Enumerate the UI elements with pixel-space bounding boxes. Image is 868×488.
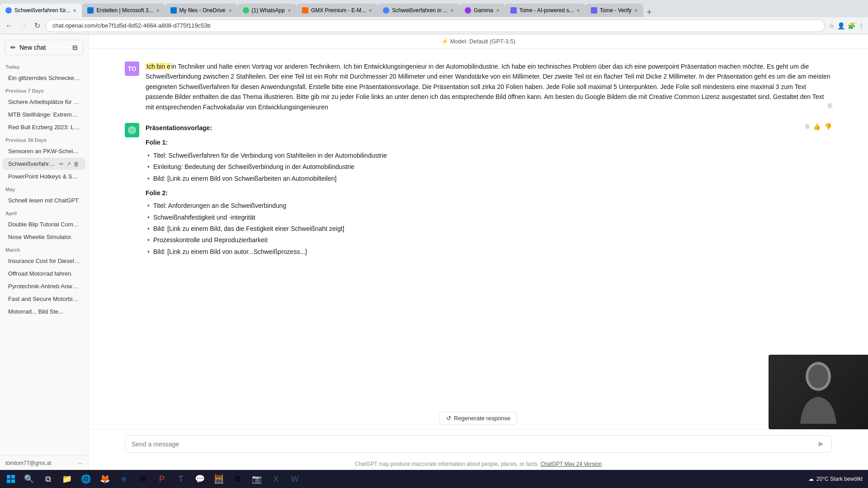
sidebar-item-pyrotechnik[interactable]: Pyrotechnik-Antrieb Anwend...	[3, 280, 85, 292]
edit-item-button[interactable]: ✏	[58, 161, 65, 167]
sidebar-item-nose-wheelie[interactable]: Nose Wheelie Simulator.	[3, 231, 85, 243]
regenerate-button[interactable]: ↺ Regenerate response	[439, 412, 517, 425]
chat-area[interactable]: TO Ich bin eIch bin ein Techniker und ha…	[89, 49, 868, 409]
taskbar-settings[interactable]: ⚙	[229, 470, 247, 488]
reload-button[interactable]: ↻	[33, 20, 42, 31]
sidebar-item-text: PowerPoint Hotkeys & Shortc...	[8, 173, 80, 180]
sidebar-item-arbeitsplaetze[interactable]: Sichere Arbeitsplätze für LKW...	[3, 96, 85, 108]
thumbs-up-button[interactable]: 👍	[813, 123, 821, 130]
bullet-text: Titel: Schweißverfahren für die Verbindu…	[153, 150, 387, 160]
address-text: chat.openai.com/c/be7f1d5d-8d52-4664-a80…	[52, 22, 211, 29]
send-button[interactable]: ►	[817, 439, 825, 449]
disclaimer: ChatGPT may produce inaccurate informati…	[89, 458, 868, 470]
tab-whatsapp[interactable]: (1) WhatsApp ✕	[237, 4, 297, 17]
profile-icon[interactable]: 👤	[837, 22, 845, 29]
tab-schweissverfahren[interactable]: Schweißverfahren für... ✕	[0, 4, 82, 17]
svg-rect-5	[11, 479, 15, 483]
star-icon[interactable]: ☆	[829, 22, 835, 29]
bullet-icon: •	[147, 235, 150, 245]
model-name: Model: Default (GPT-3.5)	[450, 38, 516, 45]
menu-icon[interactable]: ⋮	[858, 22, 864, 29]
sidebar-item-mtb[interactable]: MTB Steilhänge: Extreme Fah...	[3, 108, 85, 121]
folie2-bullet5: • Bild: [Link zu einem Bild von autor...…	[146, 247, 832, 257]
tab-onedrive[interactable]: My files - OneDrive ✕	[165, 4, 237, 17]
sidebar-item-schnell-lesen[interactable]: Schnell lesen mit ChatGPT	[3, 194, 85, 206]
tab-close-icon[interactable]: ✕	[156, 8, 160, 13]
tab-close-icon[interactable]: ✕	[634, 8, 638, 13]
user-email: tomtom77@gmx.at	[5, 460, 52, 466]
sidebar-more-button[interactable]: ···	[78, 460, 83, 466]
tab-gamma[interactable]: Gamma ✕	[459, 4, 505, 17]
forward-button[interactable]: →	[18, 21, 29, 31]
sidebar-toggle-icon[interactable]: ⊟	[49, 44, 78, 51]
share-item-button[interactable]: ↗	[66, 161, 72, 167]
copy-message-button[interactable]: ⎘	[828, 102, 832, 109]
tab-gmx[interactable]: GMX Premium - E-M... ✕	[297, 4, 377, 17]
delete-item-button[interactable]: 🗑	[73, 161, 80, 167]
taskbar-firefox[interactable]: 🦊	[96, 470, 114, 488]
taskbar-excel[interactable]: X	[267, 470, 285, 488]
sidebar-item-schweissverfahren[interactable]: Schweißverfahren f... ✏ ↗ 🗑	[3, 158, 85, 170]
input-row: ►	[125, 435, 832, 453]
cloud-icon[interactable]: ☁	[808, 476, 814, 482]
tab-microsoft[interactable]: Erstellen | Microsoft 3... ✕	[82, 4, 165, 17]
sidebar-item-glitzerndes[interactable]: Ein glitzerndes Schnecken-A...	[3, 72, 85, 84]
taskbar-teams[interactable]: T	[172, 470, 190, 488]
chat-input[interactable]	[132, 441, 817, 448]
sidebar: ✏ New chat ⊟ Today Ein glitzerndes Schne…	[0, 34, 89, 470]
taskbar-email[interactable]: ✉	[134, 470, 152, 488]
tab-close-icon[interactable]: ✕	[496, 8, 500, 13]
sidebar-item-redbull[interactable]: Red Bull Erzberg 2023: List...	[3, 121, 85, 133]
tab-close-icon[interactable]: ✕	[288, 8, 291, 13]
taskbar-apps: 🔍 ⧉ 📁 🌐 🦊 e ✉ P T 💬 🧮 ⚙ 📷 X W	[20, 470, 805, 488]
taskbar-explorer[interactable]: 📁	[58, 470, 76, 488]
svg-rect-2	[7, 475, 10, 479]
sidebar-item-motorbike[interactable]: Fast and Secure Motorbike Lo...	[3, 293, 85, 305]
tab-favicon	[5, 7, 12, 14]
back-button[interactable]: ←	[4, 21, 14, 31]
bullet-text: Titel: Anforderungen an die Schweißverbi…	[153, 201, 286, 211]
thumbs-down-button[interactable]: 👎	[824, 123, 832, 130]
disclaimer-link[interactable]: ChatGPT May 24 Version	[540, 461, 602, 467]
bullet-icon: •	[147, 212, 150, 222]
extensions-icon[interactable]: 🧩	[848, 22, 855, 29]
sidebar-item-text: Ein glitzerndes Schnecken-A...	[8, 75, 80, 81]
taskbar-word[interactable]: W	[286, 470, 304, 488]
taskbar-powerpoint[interactable]: P	[153, 470, 171, 488]
bullet-text: Schweißnahtfestigkeit und -integrität	[153, 212, 255, 222]
tab-favicon	[591, 7, 597, 14]
new-tab-button[interactable]: +	[643, 8, 656, 17]
tab-close-icon[interactable]: ✕	[73, 8, 76, 13]
taskbar-edge[interactable]: e	[115, 470, 133, 488]
taskbar-chrome[interactable]: 🌐	[77, 470, 95, 488]
sidebar-item-offroad[interactable]: Offroad Motorrad fahren.	[3, 267, 85, 280]
copy-response-button[interactable]: ⎘	[806, 123, 809, 130]
tab-label: Tome - AI-powered s...	[519, 7, 574, 14]
tab-close-icon[interactable]: ✕	[576, 8, 580, 13]
sidebar-item-motorrad[interactable]: Motorrad... Bild Ste...	[3, 305, 85, 318]
item-actions: ✏ ↗ 🗑	[58, 161, 80, 167]
tab-close-icon[interactable]: ✕	[228, 8, 232, 13]
taskbar-whatsapp[interactable]: 💬	[191, 470, 209, 488]
disclaimer-text: ChatGPT may produce inaccurate informati…	[355, 461, 539, 467]
tab-close-icon[interactable]: ✕	[368, 8, 372, 13]
tab-favicon	[170, 7, 177, 14]
tab-schweissverfahren2[interactable]: Schweißverfahren in ... ✕	[377, 4, 459, 17]
tab-tome1[interactable]: Tome - AI-powered s... ✕	[505, 4, 585, 17]
taskbar-search[interactable]: 🔍	[20, 470, 38, 488]
address-bar[interactable]: chat.openai.com/c/be7f1d5d-8d52-4664-a80…	[46, 19, 825, 32]
new-chat-button[interactable]: ✏ New chat ⊟	[5, 40, 84, 55]
sidebar-item-double-blip[interactable]: Double Blip Tutorial Compilati...	[3, 218, 85, 230]
tab-label: Tome - Verify	[600, 7, 632, 14]
tab-tome2[interactable]: Tome - Verify ✕	[585, 4, 643, 17]
start-button[interactable]	[2, 470, 20, 488]
taskbar-taskview[interactable]: ⧉	[39, 470, 57, 488]
sidebar-item-sensoren[interactable]: Sensoren an PKW-Scheiben...	[3, 145, 85, 157]
sidebar-item-insurance[interactable]: Insurance Cost for Diesel Car...	[3, 255, 85, 267]
taskbar-camera[interactable]: 📷	[248, 470, 266, 488]
sidebar-content: Today Ein glitzerndes Schnecken-A... Pre…	[0, 61, 88, 455]
taskbar-calculator[interactable]: 🧮	[210, 470, 228, 488]
browser-chrome: Schweißverfahren für... ✕ Erstellen | Mi…	[0, 0, 868, 34]
sidebar-item-powerpoint[interactable]: PowerPoint Hotkeys & Shortc...	[3, 170, 85, 183]
tab-close-icon[interactable]: ✕	[450, 8, 454, 13]
